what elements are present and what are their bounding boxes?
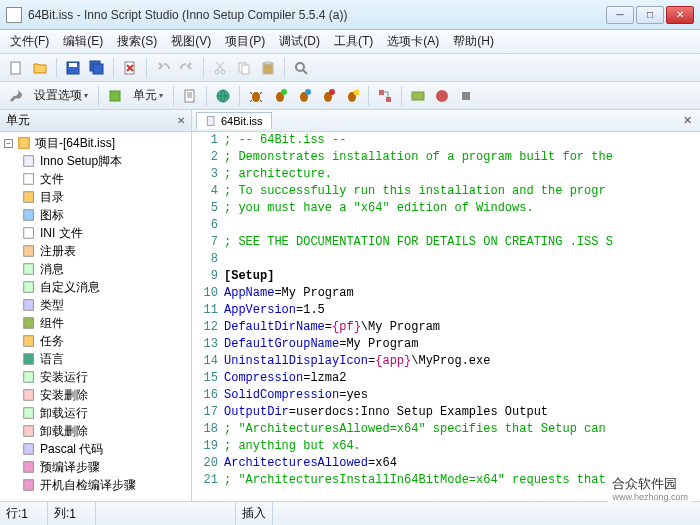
maximize-button[interactable]: □ [636, 6, 664, 24]
minimize-button[interactable]: ─ [606, 6, 634, 24]
svg-rect-41 [24, 336, 34, 347]
menu-tools[interactable]: 工具(T) [328, 31, 379, 52]
svg-rect-11 [265, 62, 271, 64]
tab-close-icon[interactable]: ✕ [679, 114, 696, 127]
svg-rect-46 [24, 426, 34, 437]
menu-file[interactable]: 文件(F) [4, 31, 55, 52]
code-editor[interactable]: 1; -- 64Bit.iss --2; Demonstrates instal… [192, 132, 700, 501]
watermark: 合众软件园 www.hezhong.com [608, 474, 692, 503]
tree-item[interactable]: Inno Setup脚本 [0, 152, 191, 170]
tree-item[interactable]: 安装删除 [0, 386, 191, 404]
delete-icon[interactable] [120, 58, 140, 78]
menu-search[interactable]: 搜索(S) [111, 31, 163, 52]
undo-icon[interactable] [153, 58, 173, 78]
settings-options[interactable]: 设置选项▾ [30, 87, 92, 104]
save-icon[interactable] [63, 58, 83, 78]
svg-rect-36 [24, 246, 34, 257]
tree-item[interactable]: 语言 [0, 350, 191, 368]
svg-rect-25 [379, 90, 384, 95]
compile-icon[interactable] [408, 86, 428, 106]
menu-help[interactable]: 帮助(H) [447, 31, 500, 52]
search-icon[interactable] [291, 58, 311, 78]
save-all-icon[interactable] [87, 58, 107, 78]
svg-rect-49 [24, 480, 34, 491]
tree-item[interactable]: 目录 [0, 188, 191, 206]
svg-rect-32 [24, 174, 34, 185]
svg-rect-50 [207, 117, 214, 126]
tree-item[interactable]: 自定义消息 [0, 278, 191, 296]
run-icon[interactable] [432, 86, 452, 106]
toolbar-secondary: 设置选项▾ 单元▾ [0, 82, 700, 110]
svg-rect-45 [24, 408, 34, 419]
tree-item[interactable]: 注册表 [0, 242, 191, 260]
tree-item[interactable]: 任务 [0, 332, 191, 350]
tree-item[interactable]: 类型 [0, 296, 191, 314]
step-icon[interactable] [375, 86, 395, 106]
bug-1-icon[interactable] [246, 86, 266, 106]
sidebar-close-icon[interactable]: ✕ [177, 115, 185, 126]
menu-edit[interactable]: 编辑(E) [57, 31, 109, 52]
svg-rect-2 [69, 63, 77, 67]
tree-item[interactable]: Pascal 代码 [0, 440, 191, 458]
redo-icon[interactable] [177, 58, 197, 78]
cut-icon[interactable] [210, 58, 230, 78]
file-icon [205, 115, 217, 127]
bug-2-icon[interactable] [270, 86, 290, 106]
bug-4-icon[interactable] [318, 86, 338, 106]
new-icon[interactable] [6, 58, 26, 78]
tree-item[interactable]: INI 文件 [0, 224, 191, 242]
tree-item[interactable]: 卸载删除 [0, 422, 191, 440]
tree-item[interactable]: 预编译步骤 [0, 458, 191, 476]
tree-item[interactable]: 开机自检编译步骤 [0, 476, 191, 494]
svg-point-28 [436, 90, 448, 102]
close-button[interactable]: ✕ [666, 6, 694, 24]
menu-project[interactable]: 项目(P) [219, 31, 271, 52]
svg-rect-35 [24, 228, 34, 239]
tree-root[interactable]: −项目-[64Bit.iss] [0, 134, 191, 152]
tree-item[interactable]: 安装运行 [0, 368, 191, 386]
svg-rect-29 [462, 92, 470, 100]
svg-rect-42 [24, 354, 34, 365]
menu-bar: 文件(F) 编辑(E) 搜索(S) 视图(V) 项目(P) 调试(D) 工具(T… [0, 30, 700, 54]
script-icon[interactable] [180, 86, 200, 106]
menu-debug[interactable]: 调试(D) [273, 31, 326, 52]
svg-rect-4 [93, 64, 103, 74]
project-tree[interactable]: −项目-[64Bit.iss]Inno Setup脚本文件目录图标INI 文件注… [0, 132, 191, 501]
globe-icon[interactable] [213, 86, 233, 106]
wrench-icon[interactable] [6, 86, 26, 106]
svg-rect-14 [185, 90, 194, 102]
svg-rect-26 [386, 97, 391, 102]
tree-item[interactable]: 组件 [0, 314, 191, 332]
paste-icon[interactable] [258, 58, 278, 78]
svg-rect-13 [110, 91, 120, 101]
svg-rect-24 [354, 90, 359, 95]
svg-point-12 [296, 63, 304, 71]
bug-5-icon[interactable] [342, 86, 362, 106]
tree-item[interactable]: 图标 [0, 206, 191, 224]
svg-rect-43 [24, 372, 34, 383]
sidebar-title: 单元 [6, 112, 30, 129]
tree-item[interactable]: 文件 [0, 170, 191, 188]
svg-rect-30 [19, 138, 30, 149]
tree-item[interactable]: 卸载运行 [0, 404, 191, 422]
stop-icon[interactable] [456, 86, 476, 106]
editor-tab[interactable]: 64Bit.iss [196, 112, 272, 129]
copy-icon[interactable] [234, 58, 254, 78]
title-bar: 64Bit.iss - Inno Script Studio (Inno Set… [0, 0, 700, 30]
svg-point-22 [329, 89, 335, 95]
menu-tabs[interactable]: 选项卡(A) [381, 31, 445, 52]
bug-3-icon[interactable] [294, 86, 314, 106]
svg-rect-40 [24, 318, 34, 329]
svg-rect-10 [263, 63, 273, 74]
svg-rect-27 [412, 92, 424, 100]
svg-rect-31 [24, 156, 34, 167]
unit-dropdown[interactable]: 单元▾ [129, 87, 167, 104]
module-icon[interactable] [105, 86, 125, 106]
svg-rect-9 [242, 65, 249, 74]
open-icon[interactable] [30, 58, 50, 78]
menu-view[interactable]: 视图(V) [165, 31, 217, 52]
svg-rect-0 [11, 62, 20, 74]
app-icon [6, 7, 22, 23]
status-bar: 行: 1 列: 1 插入 [0, 501, 700, 525]
tree-item[interactable]: 消息 [0, 260, 191, 278]
